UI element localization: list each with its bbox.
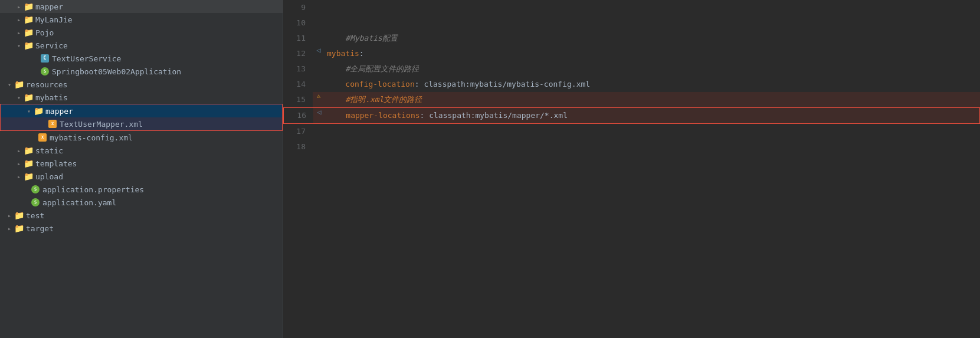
folder-icon: 📁 [14, 211, 24, 220]
sidebar-item-service[interactable]: 📁 Service [0, 39, 283, 52]
editor-line-16: 16 ◁ mapper-locations: classpath:mybatis… [283, 107, 980, 124]
spring-icon: S [31, 185, 40, 194]
folder-icon: 📁 [34, 106, 43, 116]
sidebar-item-label: MyLanJie [35, 15, 73, 24]
arrow-icon [14, 147, 24, 154]
sidebar-item-pojo[interactable]: 📁 Pojo [0, 26, 283, 39]
sidebar-item-label: Pojo [35, 28, 54, 37]
sidebar-item-mapper-top[interactable]: 📁 mapper [0, 0, 283, 13]
sidebar-item-appyaml[interactable]: S application.yaml [0, 196, 283, 209]
line-number: 11 [283, 31, 313, 46]
line-number: 18 [283, 139, 313, 155]
sidebar-item-label: upload [35, 172, 63, 181]
sidebar-item-templates[interactable]: 📁 templates [0, 157, 283, 170]
line-content: #Mybatis配置 [325, 31, 980, 46]
line-number: 12 [283, 46, 313, 61]
sidebar-item-label: Service [35, 41, 68, 50]
arrow-icon [14, 160, 24, 167]
arrow-icon [14, 4, 24, 10]
sidebar-item-label: TextUserService [52, 54, 121, 63]
editor-line-13: 13 #全局配置文件的路径 [283, 61, 980, 77]
sidebar-item-mybatisconfig[interactable]: X mybatis-config.xml [0, 131, 283, 144]
editor-line-15: 15 ⚠ #指明.xml文件的路径 [283, 92, 980, 107]
folder-icon: 📁 [24, 146, 33, 155]
sidebar-item-mylanjie[interactable]: 📁 MyLanJie [0, 13, 283, 26]
editor-line-9: 9 [283, 0, 980, 15]
folder-icon: 📁 [24, 28, 33, 37]
folder-icon: 📁 [24, 159, 33, 168]
editor-line-12: 12 ◁ mybatis: [283, 46, 980, 61]
sidebar-item-label: test [26, 211, 44, 220]
line-number: 17 [283, 124, 313, 139]
sidebar-item-label: static [35, 146, 63, 155]
sidebar-item-label: TextUserMapper.xml [60, 120, 143, 129]
java-c-icon: C [40, 54, 50, 63]
sidebar-item-textuserservice[interactable]: C TextUserService [0, 52, 283, 65]
editor-line-14: 14 config-location: classpath:mybatis/my… [283, 77, 980, 92]
xml-icon: X [48, 119, 57, 129]
sidebar-item-label: mybatis-config.xml [50, 133, 133, 142]
line-number: 10 [283, 15, 313, 31]
editor-line-17: 17 [283, 124, 980, 139]
arrow-icon [5, 81, 14, 88]
line-content: config-location: classpath:mybatis/mybat… [325, 77, 980, 92]
line-number: 14 [283, 77, 313, 92]
sidebar-item-mapper-res[interactable]: 📁 mapper [1, 104, 282, 117]
sidebar-item-label: application.properties [42, 185, 144, 194]
line-number: 13 [283, 61, 313, 77]
spring-icon: S [31, 198, 40, 207]
xml-icon: X [38, 133, 47, 142]
sidebar-item-appprops[interactable]: S application.properties [0, 183, 283, 196]
arrow-icon [14, 94, 24, 101]
folder-icon: 📁 [24, 15, 33, 24]
line-number: 9 [283, 0, 313, 15]
sidebar-item-label: mapper [35, 2, 63, 11]
file-tree: 📁 mapper 📁 MyLanJie 📁 Pojo 📁 Service C T… [0, 0, 283, 338]
line-number: 16 [284, 108, 313, 123]
arrow-icon [5, 225, 14, 232]
arrow-icon [14, 29, 24, 36]
folder-icon: 📁 [24, 41, 33, 50]
sidebar-item-target[interactable]: 📁 target [0, 222, 283, 235]
gutter: ◁ [313, 46, 325, 54]
sidebar-item-label: mapper [45, 107, 73, 116]
editor-line-18: 18 [283, 139, 980, 155]
arrow-icon [24, 108, 34, 114]
sidebar-item-label: mybatis [35, 93, 68, 102]
sidebar-item-springbootapp[interactable]: S Springboot05Web02Application [0, 65, 283, 78]
gutter: ◁ [313, 108, 325, 116]
code-editor: 9 10 11 #Mybatis配置 12 ◁ mybatis: 13 #全局配… [283, 0, 980, 338]
line-number: 15 [283, 92, 313, 107]
line-content: mybatis: [325, 46, 980, 61]
sidebar-item-upload[interactable]: 📁 upload [0, 170, 283, 183]
sidebar-item-static[interactable]: 📁 static [0, 144, 283, 157]
sidebar-item-resources[interactable]: 📁 resources [0, 78, 283, 91]
sidebar-item-label: target [26, 224, 54, 233]
arrow-icon [5, 212, 14, 219]
sidebar-item-textuserxml[interactable]: X TextUserMapper.xml [1, 117, 282, 130]
editor-line-10: 10 [283, 15, 980, 31]
line-content: mapper-locations: classpath:mybatis/mapp… [325, 108, 979, 123]
sidebar-item-label: Springboot05Web02Application [52, 67, 181, 76]
arrow-icon [14, 173, 24, 180]
sidebar-item-label: resources [26, 80, 67, 89]
warning-icon: ⚠ [317, 92, 321, 100]
folder-icon: 📁 [24, 93, 33, 102]
sidebar-item-mybatis[interactable]: 📁 mybatis [0, 91, 283, 104]
line-content: #指明.xml文件的路径 [325, 92, 980, 107]
folder-icon: 📁 [24, 172, 33, 181]
line-content: #全局配置文件的路径 [325, 61, 980, 77]
folder-icon: 📁 [14, 80, 24, 89]
folder-orange-icon: 📁 [14, 224, 24, 233]
spring-icon: S [40, 67, 50, 76]
bookmark-arrow-icon: ◁ [316, 46, 320, 54]
sidebar-item-label: application.yaml [42, 198, 116, 207]
arrow-icon [14, 42, 24, 49]
editor-line-11: 11 #Mybatis配置 [283, 31, 980, 46]
arrow-icon [14, 17, 24, 23]
bookmark-icon: ◁ [317, 108, 321, 116]
sidebar-item-label: templates [35, 159, 77, 168]
folder-icon: 📁 [24, 2, 33, 11]
gutter: ⚠ [313, 92, 325, 100]
sidebar-item-test[interactable]: 📁 test [0, 209, 283, 222]
